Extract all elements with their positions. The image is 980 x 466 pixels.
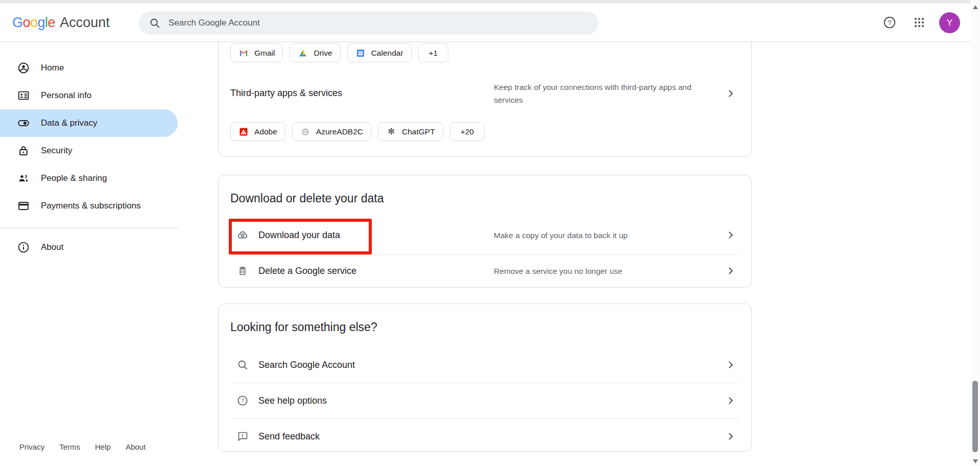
gmail-icon — [238, 48, 249, 58]
search-icon — [149, 17, 160, 29]
sidebar-item-label: People & sharing — [41, 173, 107, 183]
top-edge-strip — [0, 0, 980, 4]
svg-text:31: 31 — [359, 52, 362, 55]
sidebar-item-payments[interactable]: Payments & subscriptions — [0, 192, 178, 220]
contact-card-icon — [17, 89, 30, 102]
google-account-logo[interactable]: Google Account — [12, 4, 110, 42]
chevron-right-icon — [725, 265, 737, 277]
svg-text:?: ? — [888, 19, 892, 27]
search-placeholder: Search Google Account — [169, 18, 260, 28]
looking-for-card: Looking for something else? Search Googl… — [218, 304, 752, 452]
sidebar-item-about[interactable]: About — [0, 234, 178, 261]
chip-adobe[interactable]: Adobe — [230, 122, 285, 141]
logo-product-name: Account — [60, 15, 110, 31]
chip-label: +20 — [461, 127, 474, 136]
logo-letter: G — [12, 15, 23, 31]
footer-link-about[interactable]: About — [126, 442, 146, 451]
chevron-right-icon[interactable] — [725, 87, 737, 100]
chip-label: Adobe — [254, 127, 277, 136]
chevron-right-icon — [725, 359, 737, 371]
people-icon — [17, 172, 30, 184]
adobe-icon — [238, 127, 249, 137]
footer-link-help[interactable]: Help — [95, 442, 111, 451]
calendar-icon: 31 — [355, 48, 366, 58]
chip-gmail[interactable]: Gmail — [230, 43, 283, 62]
chip-drive[interactable]: Drive — [290, 43, 340, 62]
search-input[interactable]: Search Google Account — [139, 11, 599, 35]
scroll-up-arrow[interactable] — [973, 5, 978, 9]
chevron-right-icon — [725, 229, 737, 241]
sidebar-nav: Home Personal info Data & privacy Securi… — [0, 42, 179, 261]
chatgpt-icon: ✻ — [386, 127, 396, 137]
row-description: Remove a service you no longer use — [494, 265, 719, 277]
credit-card-icon — [17, 200, 30, 212]
row-label: Search Google Account — [258, 360, 355, 370]
sidebar-item-people-sharing[interactable]: People & sharing — [0, 165, 178, 192]
card-title: Looking for something else? — [230, 320, 377, 334]
see-help-options-row[interactable]: ? See help options — [230, 383, 739, 418]
scroll-down-arrow[interactable] — [973, 459, 978, 463]
search-google-account-row[interactable]: Search Google Account — [230, 347, 739, 383]
logo-letter: e — [48, 15, 56, 31]
chevron-right-icon — [725, 394, 737, 407]
google-apps-button[interactable] — [909, 12, 929, 33]
sidebar-item-label: Home — [41, 63, 64, 73]
card-title: Download or delete your data — [230, 192, 384, 205]
account-circle-icon — [17, 62, 30, 74]
feedback-icon — [236, 430, 249, 442]
send-feedback-row[interactable]: Send feedback — [230, 418, 739, 454]
lock-icon — [17, 145, 30, 157]
avatar-letter: Y — [947, 18, 952, 28]
delete-google-service-row[interactable]: Delete a Google service Remove a service… — [230, 253, 739, 289]
chip-azureadb2c[interactable]: AzureADB2C — [292, 122, 371, 141]
trash-icon — [236, 265, 249, 277]
app-header: Google Account Search Google Account ? Y — [0, 4, 970, 42]
sidebar-item-security[interactable]: Security — [0, 137, 178, 165]
chip-label: Calendar — [371, 49, 403, 58]
vertical-scrollbar[interactable] — [970, 0, 980, 466]
row-label: Delete a Google service — [258, 266, 356, 276]
footer-link-terms[interactable]: Terms — [59, 442, 80, 451]
third-party-row-label[interactable]: Third-party apps & services — [230, 88, 342, 99]
chip-more-apps[interactable]: +20 — [450, 122, 485, 141]
service-chip-row: Gmail Drive 31 Calendar +1 — [230, 43, 448, 62]
account-avatar[interactable]: Y — [939, 12, 960, 33]
chip-chatgpt[interactable]: ✻ ChatGPT — [378, 122, 443, 141]
scrollbar-thumb[interactable] — [972, 381, 978, 452]
help-button[interactable]: ? — [879, 12, 900, 33]
logo-letter: o — [23, 15, 31, 31]
footer-link-privacy[interactable]: Privacy — [19, 442, 44, 451]
download-your-data-row[interactable]: Download your data Make a copy of your d… — [230, 217, 739, 253]
drive-icon — [298, 48, 308, 58]
chip-calendar[interactable]: 31 Calendar — [347, 43, 412, 62]
sidebar-item-label: Data & privacy — [41, 118, 98, 128]
footer-links: Privacy Terms Help About — [19, 442, 146, 451]
info-icon — [17, 241, 30, 253]
chip-label: +1 — [429, 49, 438, 58]
app-chip-row: Adobe AzureADB2C ✻ ChatGPT +20 — [230, 122, 485, 141]
row-label: Download your data — [258, 230, 340, 241]
apps-grid-icon — [913, 16, 925, 29]
svg-text:?: ? — [241, 398, 244, 404]
sidebar-item-data-privacy[interactable]: Data & privacy — [0, 109, 178, 137]
search-icon — [236, 359, 249, 371]
row-label: See help options — [258, 395, 327, 406]
logo-letter: o — [30, 15, 38, 31]
third-party-row-description: Keep track of your connections with thir… — [494, 81, 721, 106]
chip-label: Drive — [314, 49, 332, 58]
row-label: Send feedback — [258, 431, 320, 442]
sidebar-item-label: Payments & subscriptions — [41, 201, 141, 211]
logo-letter: g — [38, 15, 45, 31]
sidebar-item-personal-info[interactable]: Personal info — [0, 82, 178, 109]
azure-adb2c-icon — [300, 127, 310, 137]
chip-label: Gmail — [254, 49, 275, 58]
chevron-right-icon — [725, 430, 737, 442]
sidebar-divider — [0, 228, 179, 228]
chip-more-services[interactable]: +1 — [418, 43, 449, 62]
cloud-download-icon — [236, 229, 249, 241]
sidebar-item-home[interactable]: Home — [0, 54, 178, 82]
sidebar-item-label: Security — [41, 146, 72, 156]
help-icon: ? — [236, 394, 249, 407]
sidebar-item-label: Personal info — [41, 90, 91, 101]
toggle-icon — [17, 117, 30, 129]
